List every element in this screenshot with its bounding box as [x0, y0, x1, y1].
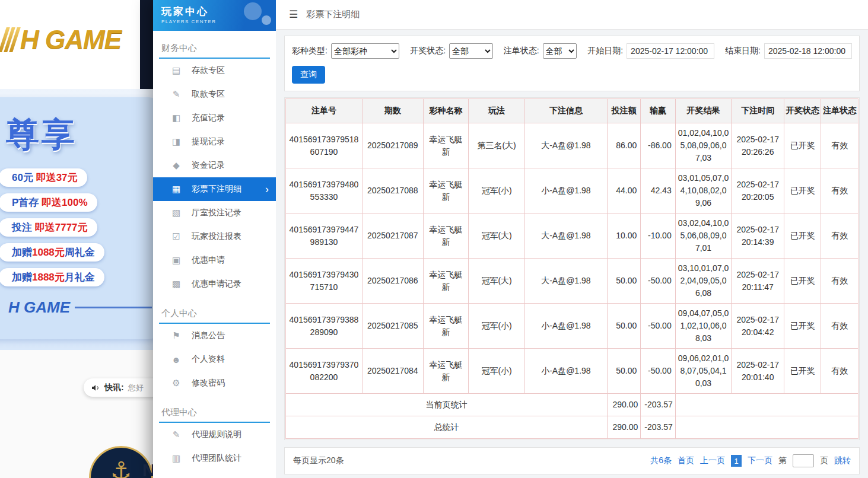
sidebar-item-promo-application[interactable]: ▣优惠申请 — [153, 248, 276, 272]
bet-cell-winloss: -10.00 — [641, 213, 675, 259]
sidebar-item-message-announcements[interactable]: ⚑消息公告 — [153, 324, 276, 348]
sidebar-item-withdrawal-records[interactable]: ◨提现记录 — [153, 130, 276, 154]
prev-page-link[interactable]: 上一页 — [700, 455, 725, 466]
bet-cell-result: 03,10,01,07,02,04,09,05,06,08 — [675, 259, 732, 304]
bet-cell-result: 09,04,07,05,01,02,10,06,08,03 — [675, 304, 732, 349]
sidebar-item-label: 优惠申请记录 — [192, 279, 241, 289]
sidebar-section-personal: 个人中心 — [159, 303, 270, 324]
bet-cell-lottery: 幸运飞艇新 — [423, 168, 469, 213]
decor-ball-icon — [262, 15, 271, 25]
promo-pill-segment: 月礼金 — [65, 272, 95, 283]
bet-cell-period: 20250217089 — [362, 123, 423, 168]
ticker-label: 快讯: — [104, 383, 124, 393]
summary-winloss-total: -203.57 — [641, 394, 675, 416]
bet-row: 40156917397943071571020250217086幸运飞艇新冠军(… — [286, 259, 859, 304]
bet-cell-amount: 50.00 — [607, 304, 640, 349]
sidebar-item-player-bet-report[interactable]: ☑玩家投注报表 — [153, 225, 276, 248]
sidebar-item-change-password[interactable]: ⚙修改密码 — [153, 371, 276, 395]
bet-cell-draw_status: 已开奖 — [784, 123, 821, 168]
document-icon: ✎ — [171, 429, 182, 440]
sidebar-item-agent-team-stats[interactable]: ▥代理团队统计 — [153, 447, 276, 470]
end-date-input[interactable] — [764, 43, 852, 59]
sidebar-item-personal-profile[interactable]: ☻个人资料 — [153, 348, 276, 371]
fund-record-icon: ◆ — [171, 160, 182, 171]
sidebar-item-withdraw-zone[interactable]: ✎取款专区 — [153, 82, 276, 106]
sidebar-item-promo-application-records[interactable]: ▩优惠申请记录 — [153, 272, 276, 296]
hall-bet-icon: ▧ — [171, 208, 182, 218]
bet-cell-bet_time: 2025-02-17 20:26:26 — [732, 123, 784, 168]
bet-cell-winloss: -50.00 — [641, 259, 675, 304]
column-header: 注单状态 — [821, 99, 859, 123]
page-jump-input[interactable] — [793, 454, 814, 467]
column-header: 注单号 — [286, 99, 363, 123]
bet-cell-amount: 86.00 — [607, 123, 640, 168]
table-header-row: 注单号期数彩种名称玩法下注信息投注额输赢开奖结果下注时间开奖状态注单状态 — [286, 99, 859, 123]
player-center-panel: 玩家中心 PLAYERS CENTER 财务中心▤存款专区✎取款专区◧充值记录◨… — [153, 0, 868, 478]
sidebar-item-label: 个人资料 — [192, 354, 225, 365]
page-size-text: 每页显示20条 — [293, 455, 344, 466]
bell-icon: ⚑ — [171, 330, 182, 341]
summary-bet-total: 290.00 — [607, 394, 640, 416]
bet-cell-bet_status: 有效 — [821, 213, 859, 259]
sidebar-item-hall-bet-records[interactable]: ▧厅室投注记录 — [153, 201, 276, 225]
sidebar-item-lottery-bet-details[interactable]: ▦彩票下注明细› — [153, 177, 276, 201]
withdraw-icon: ✎ — [171, 89, 182, 100]
summary-row: 当前页统计290.00-203.57 — [286, 394, 859, 416]
search-button[interactable]: 查询 — [292, 66, 325, 84]
background-site: H GAME 尊享 60元 即送37元P首存 即送100%投注 即送7777元加… — [0, 0, 153, 478]
bet-cell-bet_id: 401569173979480553330 — [286, 168, 363, 213]
summary-winloss-total: -203.57 — [641, 416, 675, 439]
bet-cell-winloss: -50.00 — [641, 349, 675, 394]
summary-bet-total: 290.00 — [607, 416, 640, 439]
first-page-link[interactable]: 首页 — [678, 455, 694, 466]
bet-cell-period: 20250217088 — [362, 168, 423, 213]
bet-cell-result: 01,02,04,10,05,08,09,06,07,03 — [675, 123, 732, 168]
bet-cell-lottery: 幸运飞艇新 — [423, 213, 469, 259]
menu-icon[interactable]: ☰ — [289, 8, 298, 21]
start-date-input[interactable] — [627, 43, 714, 59]
current-page[interactable]: 1 — [731, 455, 742, 467]
sidebar-item-deposit-zone[interactable]: ▤存款专区 — [153, 59, 276, 82]
sidebar-item-agent-rules[interactable]: ✎代理规则说明 — [153, 423, 276, 447]
ticker-text: 您好 — [128, 383, 144, 393]
promo-pill-segment: 1088元 — [32, 247, 65, 258]
bet-cell-winloss: 42.43 — [641, 168, 675, 213]
main-content: ☰ 彩票下注明细 彩种类型: 全部彩种 开奖状态: 全部 注单状态: 全部 开始… — [276, 0, 868, 478]
team-icon: ▥ — [171, 453, 182, 464]
promo-footer-text: H GAME — [8, 298, 70, 317]
next-page-link[interactable]: 下一页 — [748, 455, 772, 466]
promo-pill-segment: 即送37元 — [36, 172, 78, 183]
bet-cell-bet_id: 401569173979430715710 — [286, 259, 363, 304]
promo-pill-list: 60元 即送37元P首存 即送100%投注 即送7777元加赠1088元周礼金加… — [0, 168, 163, 286]
column-header: 彩种名称 — [423, 99, 469, 123]
bet-cell-play: 第三名(大) — [469, 123, 525, 168]
bet-cell-lottery: 幸运飞艇新 — [423, 259, 469, 304]
bet-cell-bet_time: 2025-02-17 20:04:42 — [732, 304, 784, 349]
lottery-type-select[interactable]: 全部彩种 — [331, 43, 399, 59]
bet-cell-bet_status: 有效 — [821, 123, 859, 168]
sidebar-subtitle: PLAYERS CENTER — [161, 19, 276, 24]
bet-cell-period: 20250217084 — [362, 349, 423, 394]
column-header: 下注信息 — [524, 99, 607, 123]
jump-button[interactable]: 跳转 — [834, 455, 851, 466]
bet-cell-bet_time: 2025-02-17 20:20:05 — [732, 168, 784, 213]
sidebar-item-label: 厅室投注记录 — [192, 208, 241, 218]
sidebar-header: 玩家中心 PLAYERS CENTER — [153, 0, 276, 31]
bet-status-label: 注单状态: — [504, 46, 539, 56]
promo-pill-segment: 60元 — [12, 172, 36, 183]
bet-row: 40156917397951860719020250217089幸运飞艇新第三名… — [286, 123, 859, 168]
sidebar-item-label: 优惠申请 — [192, 255, 225, 266]
start-date-label: 开始日期: — [587, 46, 623, 56]
promo-pill: P首存 即送100% — [0, 193, 97, 212]
bets-table-card: 注单号期数彩种名称玩法下注信息投注额输赢开奖结果下注时间开奖状态注单状态 401… — [284, 97, 860, 440]
bet-cell-play: 冠军(小) — [469, 304, 525, 349]
bet-status-select[interactable]: 全部 — [543, 43, 577, 59]
draw-status-select[interactable]: 全部 — [449, 43, 493, 59]
sidebar-item-recharge-records[interactable]: ◧充值记录 — [153, 106, 276, 130]
bet-cell-lottery: 幸运飞艇新 — [423, 304, 469, 349]
promo-pill-segment: 投注 — [12, 222, 35, 233]
sidebar-item-fund-records[interactable]: ◆资金记录 — [153, 154, 276, 177]
filter-row: 彩种类型: 全部彩种 开奖状态: 全部 注单状态: 全部 开始日期: 结束日期: — [292, 43, 852, 59]
bet-cell-bet_id: 401569173979388289090 — [286, 304, 363, 349]
bet-cell-play: 冠军(小) — [469, 168, 525, 213]
